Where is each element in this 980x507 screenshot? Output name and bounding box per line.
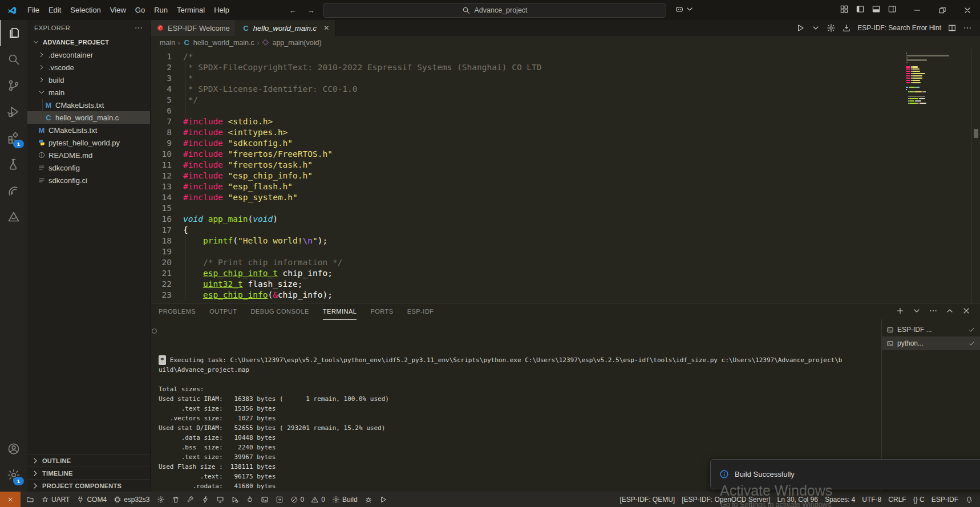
code-text: [172, 203, 183, 214]
activity-accounts[interactable]: [0, 436, 27, 462]
activity-run-debug[interactable]: [0, 99, 27, 125]
status-errors[interactable]: 0: [287, 492, 308, 507]
status-device-target[interactable]: esp32s3: [110, 492, 153, 507]
tree-item-cmakelists-txt[interactable]: MCMakeLists.txt: [27, 99, 150, 111]
status-terminal[interactable]: [257, 492, 272, 507]
status-unit-test[interactable]: [361, 492, 376, 507]
minimap[interactable]: [906, 52, 963, 105]
copilot-menu[interactable]: [675, 5, 694, 14]
line-number: 23: [151, 290, 172, 301]
breadcrumb-item[interactable]: hello_world_main.c: [193, 39, 254, 47]
tree-item-hello-world-main-c[interactable]: Chello_world_main.c: [27, 111, 150, 124]
panel-chevron-up-button[interactable]: [945, 306, 954, 317]
menu-view[interactable]: View: [106, 3, 131, 17]
tab-hello-world-main-c[interactable]: Chello_world_main.c✕: [236, 20, 335, 36]
status-openocd-server[interactable]: [ESP-IDF: OpenOCD Server]: [678, 492, 774, 507]
status-remote[interactable]: [0, 492, 21, 507]
nav-arrow-left[interactable]: ←: [288, 5, 297, 15]
tab-close-icon[interactable]: ✕: [323, 24, 329, 32]
nav-arrow-right[interactable]: →: [306, 5, 315, 15]
activity-search[interactable]: [0, 46, 27, 72]
status-open-ocd[interactable]: [272, 492, 287, 507]
status-monitor[interactable]: [213, 492, 228, 507]
status-esp-idf-version[interactable]: ESP-IDF: [928, 492, 962, 507]
status-language-mode[interactable]: {} C: [910, 492, 928, 507]
status-indentation[interactable]: Spaces: 4: [821, 492, 858, 507]
restore-button[interactable]: [930, 0, 955, 20]
tree-item-sdkconfig-ci[interactable]: sdkconfig.ci: [27, 174, 150, 186]
activity-manage[interactable]: 1: [0, 462, 27, 488]
project-root[interactable]: ADVANCE_PROJECT: [27, 36, 150, 48]
section-project-components[interactable]: PROJECT COMPONENTS: [27, 479, 150, 492]
panel-tab-esp-idf[interactable]: ESP-IDF: [407, 303, 434, 320]
panel-tab-terminal[interactable]: TERMINAL: [323, 303, 357, 320]
tree-item-main[interactable]: main: [27, 86, 150, 99]
status-menuconfig[interactable]: [153, 492, 168, 507]
activity-source-control[interactable]: [0, 72, 27, 99]
status-build-flash-monitor[interactable]: [242, 492, 257, 507]
activity-esp-idf-explorer[interactable]: [0, 177, 27, 204]
panel-tab-debug-console[interactable]: DEBUG CONSOLE: [250, 303, 309, 320]
section-timeline[interactable]: TIMELINE: [27, 467, 150, 479]
activity-extensions[interactable]: 1: [0, 125, 27, 151]
layout-grid-button[interactable]: [840, 5, 849, 15]
status-debug[interactable]: [228, 492, 242, 507]
minimize-button[interactable]: [905, 0, 930, 20]
code-editor[interactable]: 1/*2 * SPDX-FileCopyrightText: 2010-2022…: [151, 49, 980, 303]
tab-esp-idf-welcome[interactable]: ESP-IDF Welcome: [151, 20, 236, 36]
status-tools[interactable]: [183, 492, 198, 507]
terminal-task[interactable]: ESP-IDF ...: [882, 323, 980, 336]
tree-item-build[interactable]: build: [27, 74, 150, 86]
status-serial-port[interactable]: COM4: [73, 492, 110, 507]
status-run-task[interactable]: [376, 492, 391, 507]
breadcrumb[interactable]: main›Chello_world_main.c›app_main(void): [151, 36, 980, 49]
status-warnings[interactable]: 0: [307, 492, 329, 507]
panel-ellipsis-button[interactable]: [929, 306, 938, 317]
tree-item-cmakelists-txt[interactable]: MCMakeLists.txt: [27, 124, 150, 136]
panel-tab-output[interactable]: OUTPUT: [209, 303, 237, 320]
activity-esp-component-registry[interactable]: [0, 204, 27, 230]
layout-panel-button[interactable]: [872, 5, 881, 15]
status-notifications[interactable]: [962, 492, 977, 507]
layout-sidebar-right-button[interactable]: [888, 5, 897, 15]
tree-item--vscode[interactable]: .vscode: [27, 61, 150, 74]
status-uart-method[interactable]: UART: [38, 492, 73, 507]
download-icon: [842, 23, 851, 33]
status-project-folder[interactable]: [23, 492, 38, 507]
panel-tab-ports[interactable]: PORTS: [370, 303, 393, 320]
panel-chevron-down-button[interactable]: [912, 306, 921, 317]
command-center-search[interactable]: Advance_project: [323, 3, 666, 18]
status-eol[interactable]: CRLF: [885, 492, 909, 507]
menu-help[interactable]: Help: [209, 3, 234, 17]
editor-scrollbar[interactable]: [971, 49, 980, 303]
breadcrumb-item[interactable]: main: [160, 39, 175, 47]
activity-testing[interactable]: [0, 151, 27, 177]
menu-run[interactable]: Run: [149, 3, 172, 17]
tree-item-sdkconfig[interactable]: sdkconfig: [27, 161, 150, 174]
status-full-clean[interactable]: [168, 492, 183, 507]
tree-item-pytest-hello-world-py[interactable]: pytest_hello_world.py: [27, 136, 150, 149]
terminal-task[interactable]: python...: [882, 336, 980, 350]
panel-plus-button[interactable]: [896, 306, 905, 317]
tree-item-readme-md[interactable]: README.md: [27, 149, 150, 161]
menu-terminal[interactable]: Terminal: [172, 3, 209, 17]
status-qemu[interactable]: [ESP-IDF: QEMU]: [616, 492, 678, 507]
breadcrumb-item[interactable]: app_main(void): [272, 39, 321, 47]
menu-edit[interactable]: Edit: [44, 3, 66, 17]
status-encoding[interactable]: UTF-8: [858, 492, 885, 507]
panel-close-button[interactable]: [962, 306, 971, 317]
layout-sidebar-left-button[interactable]: [856, 5, 865, 15]
tree-item--devcontainer[interactable]: .devcontainer: [27, 48, 150, 61]
status-flash[interactable]: [198, 492, 213, 507]
section-outline[interactable]: OUTLINE: [27, 454, 150, 467]
close-button[interactable]: [955, 0, 980, 20]
menu-file[interactable]: File: [23, 3, 44, 17]
panel-tab-problems[interactable]: PROBLEMS: [159, 303, 196, 320]
editor-action-label[interactable]: ESP-IDF: Search Error Hint: [857, 24, 941, 32]
status-cursor-position[interactable]: Ln 30, Col 96: [774, 492, 821, 507]
status-build-task[interactable]: Build: [329, 492, 361, 507]
menu-go[interactable]: Go: [131, 3, 149, 17]
activity-explorer[interactable]: [0, 20, 28, 46]
notification-toast[interactable]: Build Successfully: [710, 459, 980, 489]
menu-selection[interactable]: Selection: [66, 3, 105, 17]
